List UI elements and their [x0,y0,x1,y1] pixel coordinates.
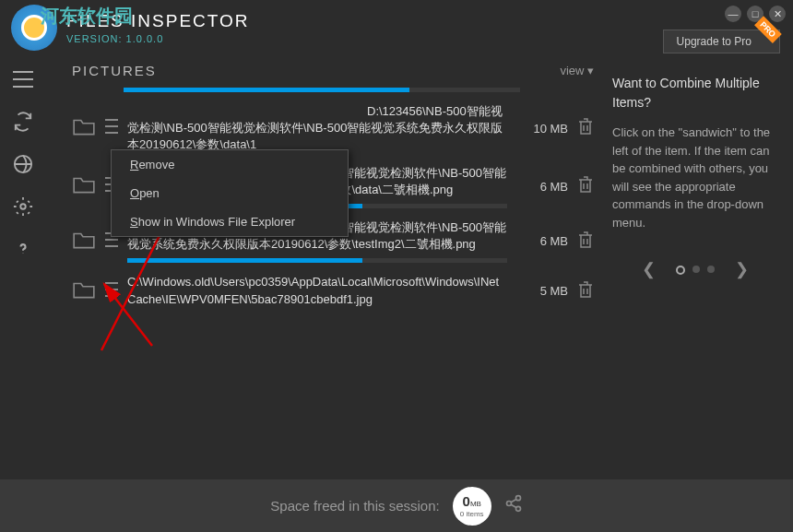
svg-point-4 [515,506,520,511]
trash-icon[interactable] [577,117,594,139]
pager-prev[interactable]: ❮ [642,257,656,282]
drag-handle-icon[interactable] [105,118,118,138]
folder-icon[interactable] [72,230,96,254]
share-icon[interactable] [504,494,523,517]
folder-icon[interactable] [72,279,96,303]
watermark: 河东软件园 [41,4,133,29]
item-size: 6 MB [516,180,568,194]
upgrade-button[interactable]: Upgrade to Pro PRO [663,30,780,53]
minimize-button[interactable]: — [725,6,741,22]
app-version: VERSION: 1.0.0.0 [66,33,250,44]
pager-next[interactable]: ❯ [735,257,749,282]
settings-icon[interactable] [12,195,34,218]
menu-icon[interactable] [12,68,34,90]
trash-icon[interactable] [577,231,594,253]
close-button[interactable]: ✕ [769,6,786,22]
progress-bar [124,88,520,92]
freed-badge: 0MB 0 items [453,487,491,526]
help-icon[interactable] [12,238,34,260]
folder-icon[interactable] [72,116,96,140]
list-item: C:\Windows.old\Users\pc0359\AppData\Loca… [72,268,594,313]
view-dropdown[interactable]: view ▾ [560,64,594,77]
progress-bar [127,258,507,263]
pager-dots[interactable] [676,266,715,275]
item-size: 10 MB [516,122,568,136]
context-menu: Remove Open Show in Windows File Explore… [111,149,349,237]
footer-label: Space freed in this session: [270,498,439,514]
refresh-icon[interactable] [12,111,34,133]
svg-point-1 [20,204,26,209]
item-path: D:\123456\NB-500智能视觉检测\NB-500智能视觉检测软件\NB… [127,103,507,154]
item-size: 6 MB [516,234,568,248]
svg-point-3 [506,502,511,506]
globe-icon[interactable] [12,153,34,175]
trash-icon[interactable] [577,280,594,302]
item-path: C:\Windows.old\Users\pc0359\AppData\Loca… [127,274,507,307]
ctx-show-explorer[interactable]: Show in Windows File Explorer [112,207,348,236]
ctx-open[interactable]: Open [112,179,348,207]
item-size: 5 MB [516,284,568,298]
section-title: PICTURES [72,63,157,78]
drag-handle-icon[interactable] [105,281,118,301]
hint-title: Want to Combine Multiple Items? [612,74,778,112]
folder-icon[interactable] [72,174,96,198]
hint-body: Click on the "sandwich" to the left of t… [612,124,778,231]
ctx-remove[interactable]: Remove [112,150,348,179]
svg-point-2 [515,496,520,501]
trash-icon[interactable] [577,175,594,197]
